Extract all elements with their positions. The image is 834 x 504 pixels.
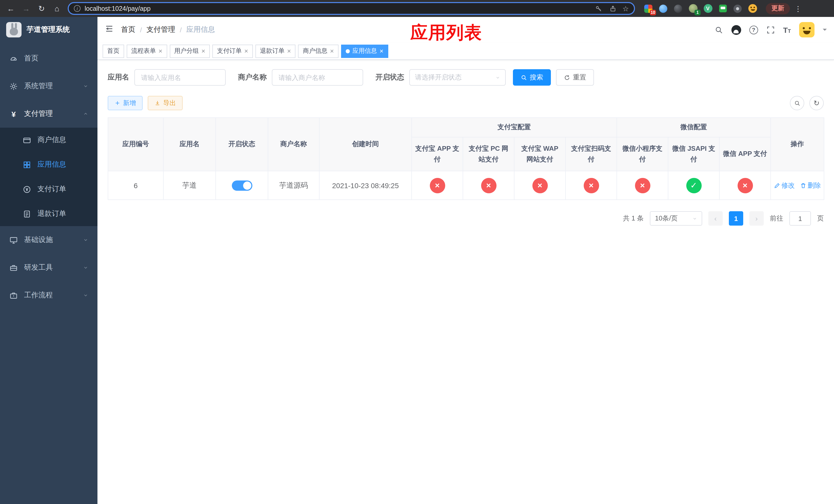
- font-size-icon[interactable]: TT: [783, 26, 791, 33]
- search-button[interactable]: 搜索: [513, 69, 551, 86]
- reload-button[interactable]: ↻: [35, 2, 48, 15]
- extension-colorful-grid[interactable]: 10: [643, 3, 654, 14]
- home-button[interactable]: ⌂: [50, 2, 64, 15]
- password-key-icon[interactable]: [594, 3, 604, 14]
- close-icon[interactable]: ×: [158, 48, 162, 54]
- tag-process-form[interactable]: 流程表单×: [127, 44, 167, 58]
- page-size-select[interactable]: 10条/页: [650, 211, 702, 226]
- fullscreen-icon[interactable]: [766, 25, 775, 34]
- col-wx-jsapi: 微信 JSAPI 支付: [668, 137, 719, 171]
- avatar-caret-icon[interactable]: [823, 29, 827, 33]
- cell-alipay-app: ×: [412, 171, 463, 200]
- sidebar-item-merchant-info[interactable]: 商户信息: [0, 128, 97, 152]
- sidebar-item-label: 支付订单: [38, 185, 66, 194]
- goto-label: 前往: [770, 214, 783, 223]
- extension-pin[interactable]: [732, 3, 743, 14]
- status-toggle[interactable]: [232, 180, 252, 190]
- extension-dark-sphere[interactable]: [673, 3, 683, 14]
- prev-page-button[interactable]: ‹: [708, 211, 723, 226]
- cell-alipay-qr: ×: [566, 171, 617, 200]
- goto-page-input[interactable]: [789, 211, 811, 226]
- refresh-button[interactable]: ↻: [809, 96, 824, 110]
- sidebar-item-system[interactable]: 系统管理: [0, 72, 97, 100]
- share-icon[interactable]: [608, 3, 618, 14]
- sidebar-item-payment[interactable]: ¥ 支付管理: [0, 100, 97, 128]
- vue-icon: V: [703, 4, 712, 13]
- extension-blue-drop[interactable]: [658, 3, 668, 14]
- extension-emoji-face[interactable]: [747, 3, 758, 14]
- user-avatar[interactable]: [799, 22, 814, 38]
- export-button[interactable]: 导出: [148, 96, 182, 110]
- export-button-label: 导出: [163, 99, 176, 108]
- site-info-icon[interactable]: i: [74, 5, 81, 12]
- cell-wx-lite: ×: [617, 171, 668, 200]
- sidebar-item-dev-tools[interactable]: 研发工具: [0, 254, 97, 281]
- next-page-button[interactable]: ›: [749, 211, 764, 226]
- breadcrumb-payment[interactable]: 支付管理: [147, 25, 175, 35]
- merchant-name-input[interactable]: [272, 69, 363, 86]
- address-bar[interactable]: i localhost:1024/pay/app ☆: [68, 2, 635, 15]
- edit-icon: [774, 182, 780, 188]
- sidebar-item-refund-order[interactable]: 退款订单: [0, 202, 97, 226]
- table-toolbar: 新增 导出 ↻: [108, 96, 824, 110]
- col-wx-lite: 微信小程序支付: [617, 137, 668, 171]
- close-icon[interactable]: ×: [244, 48, 248, 54]
- add-button[interactable]: 新增: [108, 96, 142, 110]
- breadcrumb-home[interactable]: 首页: [121, 25, 135, 35]
- search-icon[interactable]: [714, 25, 723, 34]
- col-created: 创建时间: [319, 118, 412, 171]
- back-button[interactable]: ←: [4, 2, 18, 15]
- show-search-button[interactable]: [790, 96, 804, 110]
- tag-merchant-info[interactable]: 商户信息×: [298, 44, 338, 58]
- sidebar-menu: 首页 系统管理 ¥ 支付管理 商户信息: [0, 43, 97, 504]
- cell-app-name: 芋道: [163, 171, 216, 200]
- reset-button[interactable]: 重置: [556, 69, 594, 86]
- status-select[interactable]: 请选择开启状态: [409, 69, 506, 86]
- help-icon[interactable]: ?: [749, 25, 758, 34]
- edit-link[interactable]: 修改: [774, 181, 795, 190]
- tag-refund-order[interactable]: 退款订单×: [256, 44, 296, 58]
- edit-link-label: 修改: [782, 181, 795, 190]
- sidebar-fold-icon[interactable]: [105, 24, 114, 36]
- search-icon: [794, 100, 800, 107]
- sidebar-item-home[interactable]: 首页: [0, 45, 97, 72]
- tag-home[interactable]: 首页: [103, 44, 124, 58]
- bookmark-star-icon[interactable]: ☆: [622, 4, 629, 13]
- extension-vue-devtools[interactable]: V: [703, 3, 713, 14]
- close-icon[interactable]: ×: [379, 48, 383, 54]
- extension-green-chat[interactable]: [718, 3, 728, 14]
- chevron-down-icon: [693, 216, 697, 221]
- delete-link[interactable]: 删除: [800, 181, 821, 190]
- sidebar-item-workflow[interactable]: 工作流程: [0, 281, 97, 309]
- close-icon[interactable]: ×: [201, 48, 205, 54]
- app-name-input[interactable]: [134, 69, 226, 86]
- col-alipay-app: 支付宝 APP 支付: [412, 137, 463, 171]
- cross-circle-icon: ×: [584, 178, 599, 193]
- chevron-down-icon: [83, 265, 88, 270]
- sidebar-item-infrastructure[interactable]: 基础设施: [0, 226, 97, 254]
- document-icon: [23, 209, 31, 218]
- chrome-update-button[interactable]: 更新: [766, 3, 790, 14]
- sidebar-item-label: 基础设施: [24, 235, 53, 245]
- tag-user-group[interactable]: 用户分组×: [170, 44, 210, 58]
- navbar-actions: ? TT: [714, 22, 827, 38]
- chevron-down-icon: [83, 237, 88, 243]
- screen: ← → ↻ ⌂ i localhost:1024/pay/app ☆ 10 1 …: [0, 0, 834, 504]
- tag-app-info[interactable]: 应用信息×: [341, 44, 388, 58]
- tag-pay-order[interactable]: 支付订单×: [212, 44, 253, 58]
- forward-button[interactable]: →: [20, 2, 33, 15]
- page-1-button[interactable]: 1: [729, 211, 743, 226]
- add-button-label: 新增: [123, 99, 136, 108]
- cell-wx-jsapi: ✓: [668, 171, 719, 200]
- close-icon[interactable]: ×: [287, 48, 291, 54]
- extension-avatar[interactable]: 1: [688, 3, 698, 14]
- col-alipay-wap: 支付宝 WAP 网站支付: [514, 137, 566, 171]
- card-icon: [23, 136, 31, 144]
- close-icon[interactable]: ×: [330, 48, 334, 54]
- sidebar-item-pay-order[interactable]: 支付订单: [0, 177, 97, 202]
- browser-menu-icon[interactable]: ⋮: [794, 6, 802, 10]
- sidebar-logo[interactable]: 芋道管理系统: [0, 17, 97, 43]
- github-icon[interactable]: [731, 25, 741, 35]
- tag-label: 用户分组: [174, 47, 199, 55]
- sidebar-item-app-info[interactable]: 应用信息: [0, 152, 97, 177]
